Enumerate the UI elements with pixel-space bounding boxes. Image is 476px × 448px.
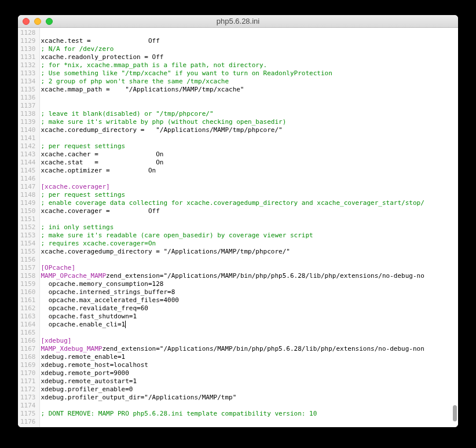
line-number: 1165 bbox=[20, 329, 36, 337]
line-number: 1139 bbox=[20, 118, 36, 126]
titlebar[interactable]: php5.6.28.ini bbox=[18, 15, 458, 28]
code-line[interactable]: xcache.mmap_path = "/Applications/MAMP/t… bbox=[41, 86, 459, 94]
code-line[interactable]: xdebug.remote_port=9000 bbox=[41, 369, 459, 377]
code-line[interactable]: xcache.stat = On bbox=[41, 159, 459, 167]
line-number: 1157 bbox=[20, 264, 36, 272]
code-content[interactable]: xcache.test = Off; N/A for /dev/zeroxcac… bbox=[40, 28, 459, 427]
line-number: 1162 bbox=[20, 304, 36, 313]
line-number: 1169 bbox=[20, 361, 36, 369]
code-line[interactable]: ; make sure it's writable by php (withou… bbox=[41, 118, 459, 126]
line-number: 1134 bbox=[20, 78, 36, 86]
code-line[interactable]: xcache.coredump_directory = "/Applicatio… bbox=[41, 126, 459, 134]
code-line[interactable]: [OPcache] bbox=[41, 264, 459, 272]
line-number: 1141 bbox=[20, 134, 36, 142]
line-number: 1149 bbox=[20, 199, 36, 207]
line-number: 1142 bbox=[20, 142, 36, 150]
code-line[interactable]: ; for *nix, xcache.mmap_path is a file p… bbox=[41, 61, 459, 69]
line-number: 1161 bbox=[20, 296, 36, 304]
line-number: 1133 bbox=[20, 69, 36, 78]
line-number: 1143 bbox=[20, 150, 36, 159]
scrollbar-thumb[interactable] bbox=[453, 405, 457, 421]
code-line[interactable]: xcache.cacher = On bbox=[41, 150, 459, 159]
line-gutter: 1128112911301131113211331134113511361137… bbox=[18, 28, 40, 427]
code-line[interactable]: xdebug.profiler_output_dir="/Application… bbox=[41, 394, 459, 402]
maximize-icon[interactable] bbox=[46, 18, 53, 25]
line-number: 1170 bbox=[20, 369, 36, 377]
line-number: 1147 bbox=[20, 183, 36, 191]
code-line[interactable]: ; make sure it's readable (care open_bas… bbox=[41, 232, 459, 240]
code-line[interactable]: ; enable coverage data collecting for xc… bbox=[41, 199, 459, 207]
line-number: 1135 bbox=[20, 86, 36, 94]
minimize-icon[interactable] bbox=[34, 18, 41, 25]
code-line[interactable] bbox=[41, 329, 459, 337]
code-line[interactable] bbox=[41, 94, 459, 102]
text-cursor bbox=[125, 321, 126, 328]
line-number: 1150 bbox=[20, 207, 36, 215]
code-line[interactable]: opcache.fast_shutdown=1 bbox=[41, 313, 459, 321]
code-line[interactable]: opcache.interned_strings_buffer=8 bbox=[41, 288, 459, 296]
line-number: 1159 bbox=[20, 280, 36, 288]
line-number: 1175 bbox=[20, 410, 36, 418]
line-number: 1166 bbox=[20, 337, 36, 345]
code-line[interactable]: [xcache.coverager] bbox=[41, 183, 459, 191]
code-line[interactable]: xcache.optimizer = On bbox=[41, 167, 459, 175]
line-number: 1138 bbox=[20, 110, 36, 118]
line-number: 1145 bbox=[20, 167, 36, 175]
code-line[interactable] bbox=[41, 134, 459, 142]
line-number: 1132 bbox=[20, 61, 36, 69]
code-line[interactable]: opcache.memory_consumption=128 bbox=[41, 280, 459, 288]
code-line[interactable]: xcache.coverager = Off bbox=[41, 207, 459, 215]
code-line[interactable]: ; leave it blank(disabled) or "/tmp/phpc… bbox=[41, 110, 459, 118]
line-number: 1156 bbox=[20, 256, 36, 264]
code-line[interactable]: xdebug.profiler_enable=0 bbox=[41, 385, 459, 394]
close-icon[interactable] bbox=[23, 18, 30, 25]
line-number: 1131 bbox=[20, 53, 36, 61]
code-line[interactable]: opcache.enable_cli=1 bbox=[41, 321, 459, 329]
code-line[interactable] bbox=[41, 29, 459, 37]
line-number: 1146 bbox=[20, 175, 36, 183]
code-line[interactable]: ; 2 group of php won't share the same /t… bbox=[41, 78, 459, 86]
line-number: 1128 bbox=[20, 29, 36, 37]
line-number: 1171 bbox=[20, 377, 36, 385]
code-line[interactable]: ; per request settings bbox=[41, 191, 459, 199]
code-line[interactable]: ; Use something like "/tmp/xcache" if yo… bbox=[41, 69, 459, 78]
code-line[interactable]: [xdebug] bbox=[41, 337, 459, 345]
code-line[interactable]: xdebug.remote_host=localhost bbox=[41, 361, 459, 369]
line-number: 1155 bbox=[20, 248, 36, 256]
code-line[interactable] bbox=[41, 102, 459, 110]
code-line[interactable] bbox=[41, 215, 459, 223]
code-line[interactable]: xdebug.remote_autostart=1 bbox=[41, 377, 459, 385]
line-number: 1130 bbox=[20, 45, 36, 53]
code-line[interactable] bbox=[41, 175, 459, 183]
line-number: 1163 bbox=[20, 313, 36, 321]
code-line[interactable]: ; N/A for /dev/zero bbox=[41, 45, 459, 53]
code-line[interactable] bbox=[41, 418, 459, 426]
line-number: 1152 bbox=[20, 223, 36, 232]
line-number: 1174 bbox=[20, 402, 36, 410]
code-line[interactable]: ; DONT REMOVE: MAMP PRO php5.6.28.ini te… bbox=[41, 410, 459, 418]
line-number: 1153 bbox=[20, 232, 36, 240]
code-line[interactable]: ; per request settings bbox=[41, 142, 459, 150]
code-line[interactable]: xcache.readonly_protection = Off bbox=[41, 53, 459, 61]
line-number: 1154 bbox=[20, 240, 36, 248]
code-line[interactable]: ; requires xcache.coverager=On bbox=[41, 240, 459, 248]
line-number: 1137 bbox=[20, 102, 36, 110]
code-line[interactable] bbox=[41, 256, 459, 264]
code-line[interactable] bbox=[41, 402, 459, 410]
code-line[interactable]: xcache.test = Off bbox=[41, 37, 459, 45]
line-number: 1164 bbox=[20, 321, 36, 329]
traffic-lights bbox=[18, 18, 53, 25]
code-line[interactable]: MAMP_OPcache_MAMPzend_extension="/Applic… bbox=[41, 272, 459, 280]
code-line[interactable]: MAMP_Xdebug_MAMPzend_extension="/Applica… bbox=[41, 345, 459, 353]
code-line[interactable]: opcache.max_accelerated_files=4000 bbox=[41, 296, 459, 304]
code-line[interactable]: xcache.coveragedump_directory = "/Applic… bbox=[41, 248, 459, 256]
code-line[interactable]: opcache.revalidate_freq=60 bbox=[41, 304, 459, 313]
line-number: 1148 bbox=[20, 191, 36, 199]
line-number: 1158 bbox=[20, 272, 36, 280]
line-number: 1144 bbox=[20, 159, 36, 167]
code-line[interactable]: ; ini only settings bbox=[41, 223, 459, 232]
window-title: php5.6.28.ini bbox=[18, 17, 458, 25]
editor-window: php5.6.28.ini 11281129113011311132113311… bbox=[18, 15, 458, 427]
line-number: 1168 bbox=[20, 353, 36, 361]
code-line[interactable]: xdebug.remote_enable=1 bbox=[41, 353, 459, 361]
